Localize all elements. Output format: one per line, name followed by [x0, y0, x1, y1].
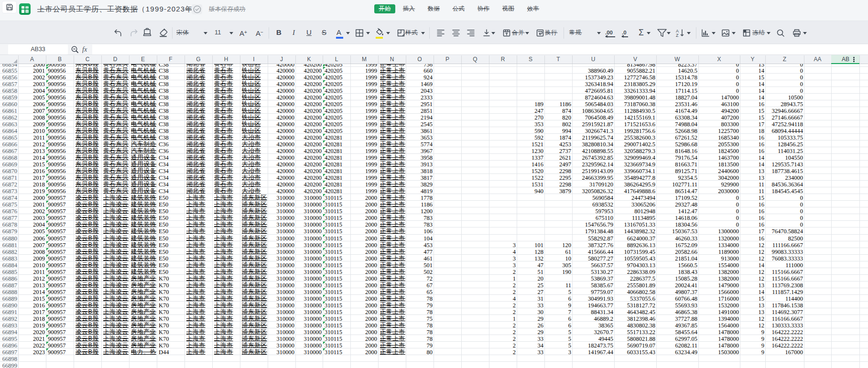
svg-text:A: A — [676, 29, 679, 33]
svg-text:Z: Z — [676, 33, 679, 38]
